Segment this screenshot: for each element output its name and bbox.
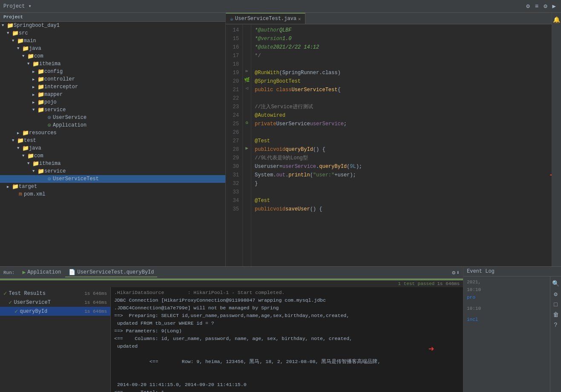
tree-item-java-main[interactable]: ▼ 📁 java xyxy=(0,45,225,52)
bottom-area: Run: ▶ Application 📄 UserServiceTest.que… xyxy=(0,266,561,392)
tab-close-icon[interactable]: ✕ xyxy=(298,16,301,22)
tree-item-mapper[interactable]: ▶ 📁 mapper xyxy=(0,91,225,98)
code-line-32: } xyxy=(255,179,548,188)
event-log-header: Event Log xyxy=(463,267,561,277)
folder-icon: 📁 xyxy=(37,76,44,83)
code-line-22 xyxy=(255,94,548,103)
top-bar-left: Project ▾ xyxy=(3,3,524,9)
tree-item-src[interactable]: ▼ 📁 src xyxy=(0,29,225,37)
tree-item-service-main[interactable]: ▼ 📁 service xyxy=(0,106,225,114)
tree-item-target[interactable]: ▶ 📁 target xyxy=(0,183,225,190)
folder-icon: 📁 xyxy=(12,183,19,190)
event-log-title: Event Log xyxy=(467,268,495,274)
gear-icon[interactable]: ⚙ xyxy=(524,2,531,11)
passed-icon: ✓ xyxy=(3,290,7,297)
test-result-userservice[interactable]: ✓ UserServiceT 1s 646ms xyxy=(0,298,110,307)
folder-icon: 📁 xyxy=(37,107,44,113)
line-num-17: 17 xyxy=(229,52,239,60)
java-icon: ☕ xyxy=(230,15,233,22)
folder-icon: 📁 xyxy=(32,61,39,67)
folder-icon: 📁 xyxy=(37,99,44,106)
line-num-30: 30 xyxy=(229,162,239,171)
test-class-icon: ⊙ xyxy=(46,176,53,182)
dropdown-icon[interactable]: ▾ xyxy=(28,3,31,9)
top-bar: Project ▾ ⚙ ≡ ⚙ ▶ xyxy=(0,0,561,13)
tree-item-com-test[interactable]: ▼ 📁 com xyxy=(0,152,225,160)
build-icon[interactable]: ▶ xyxy=(551,2,558,11)
run-label: Run: xyxy=(3,270,14,275)
line-num-16: 16 xyxy=(229,43,239,52)
folder-icon: 📁 xyxy=(37,68,44,75)
trash-icon[interactable]: 🗑 xyxy=(553,311,559,318)
console-line-10: 2014-09-20 11:41:15.0, 2014-09-20 11:41:… xyxy=(114,381,460,389)
code-line-29: //9L代表是9的Long型 xyxy=(255,154,548,162)
run-content: ✓ Test Results 1s 646ms ✓ UserServiceT 1… xyxy=(0,287,463,392)
maven-icon: m xyxy=(17,191,24,197)
line-num-19: 19 xyxy=(229,69,239,77)
tree-item-com[interactable]: ▼ 📁 com xyxy=(0,52,225,60)
notification-icon[interactable]: 🔔 xyxy=(553,16,560,23)
tree-item-itheima-test[interactable]: ▼ 📁 itheima xyxy=(0,160,225,167)
folder-icon: 📁 xyxy=(37,91,44,98)
tree-item-pom[interactable]: m pom.xml xyxy=(0,190,225,198)
run-tab-application[interactable]: ▶ Application xyxy=(19,268,64,277)
run-tab-userservicetest[interactable]: 📄 UserServiceTest.queryById xyxy=(65,268,157,277)
expand-icon[interactable]: □ xyxy=(554,301,557,308)
run-icon[interactable]: ≡ xyxy=(533,2,540,11)
tree-item-java-test[interactable]: ▼ 📁 java xyxy=(0,144,225,152)
tree-item-service-test[interactable]: ▼ 📁 service xyxy=(0,167,225,175)
sidebar: Project ▼ 📁 Springboot_day1 ▼ 📁 src xyxy=(0,13,226,266)
tree-item-interceptor[interactable]: ▶ 📁 interceptor xyxy=(0,83,225,91)
tree-item-main[interactable]: ▼ 📁 main xyxy=(0,37,225,45)
test-querybyid-time: 1s 646ms xyxy=(84,309,107,314)
line-num-20: 20 xyxy=(229,77,239,86)
line-num-33: 33 xyxy=(229,188,239,196)
line-num-24: 24 xyxy=(229,111,239,120)
tree-item-springboot[interactable]: ▼ 📁 Springboot_day1 xyxy=(0,22,225,29)
settings-gear-icon[interactable]: ⚙ xyxy=(554,291,557,298)
test-time-label: 1s 646ms xyxy=(437,281,460,286)
tree-item-pojo[interactable]: ▶ 📁 pojo xyxy=(0,98,225,106)
console-line-1: .HikariDataSource : HikariPool-1 - Start… xyxy=(114,289,460,297)
help-icon[interactable]: ? xyxy=(554,322,557,329)
editor-tab-userservicetest[interactable]: ☕ UserServiceTest.java ✕ xyxy=(226,13,305,24)
line-num-23: 23 xyxy=(229,103,239,111)
folder-icon: 📁 xyxy=(32,160,39,167)
code-area[interactable]: 14 15 16 17 18 19 20 21 22 23 24 25 26 2… xyxy=(226,24,552,266)
tree-item-test[interactable]: ▼ 📁 test xyxy=(0,137,225,144)
project-tree[interactable]: ▼ 📁 Springboot_day1 ▼ 📁 src ▼ 📁 main xyxy=(0,22,225,266)
tree-header: Project xyxy=(0,13,225,22)
event-log-entry-4: 10:10 xyxy=(467,305,547,312)
console-output[interactable]: .HikariDataSource : HikariPool-1 - Start… xyxy=(111,287,463,392)
test-results-panel: ✓ Test Results 1s 646ms ✓ UserServiceT 1… xyxy=(0,287,111,392)
tree-item-itheima[interactable]: ▼ 📁 itheima xyxy=(0,60,225,68)
folder-icon: 📁 xyxy=(22,130,29,136)
settings-icon[interactable]: ⚙ xyxy=(542,2,549,11)
download-icon[interactable]: ⬇ xyxy=(456,269,460,276)
settings-icon[interactable]: ⚙ xyxy=(452,269,455,276)
line-num-29: 29 xyxy=(229,154,239,162)
test-run-icon: 📄 xyxy=(69,269,75,276)
tree-item-userservice[interactable]: ⊙ UserService xyxy=(0,114,225,121)
code-line-35: public void saveUser() { xyxy=(255,205,548,213)
tree-item-resources[interactable]: ▶ 📁 resources xyxy=(0,129,225,137)
event-log-row: 2021, 10:10 pro 10:10 incl 🔍 ⚙ □ 🗑 ? xyxy=(463,277,561,392)
filter-icon[interactable]: 🔍 xyxy=(552,280,559,287)
code-line-15: * @version 1.0 xyxy=(255,35,548,43)
line-num-27: 27 xyxy=(229,137,239,145)
tree-item-application[interactable]: ⊙ Application xyxy=(0,121,225,129)
test-result-root[interactable]: ✓ Test Results 1s 646ms xyxy=(0,289,110,298)
test-result-querybyid[interactable]: ✓ queryById 1s 646ms xyxy=(0,307,110,316)
test-passed-label: 1 test passed xyxy=(398,281,434,286)
line-numbers: 14 15 16 17 18 19 20 21 22 23 24 25 26 2… xyxy=(226,24,243,266)
event-log-content: 2021, 10:10 pro 10:10 incl xyxy=(463,277,550,392)
tree-item-controller[interactable]: ▶ 📁 controller xyxy=(0,75,225,83)
line-num-14: 14 xyxy=(229,26,239,35)
tree-item-userservicetest[interactable]: ⊙ UserServiceTest xyxy=(0,175,225,183)
editor-area: ☕ UserServiceTest.java ✕ 14 15 16 17 18 … xyxy=(226,13,552,266)
passed-icon: ✓ xyxy=(9,299,12,306)
folder-icon: 📁 xyxy=(17,137,24,144)
tree-item-config[interactable]: ▶ 📁 config xyxy=(0,68,225,75)
code-line-33 xyxy=(255,188,548,196)
event-log-entry-3: pro xyxy=(467,294,547,301)
